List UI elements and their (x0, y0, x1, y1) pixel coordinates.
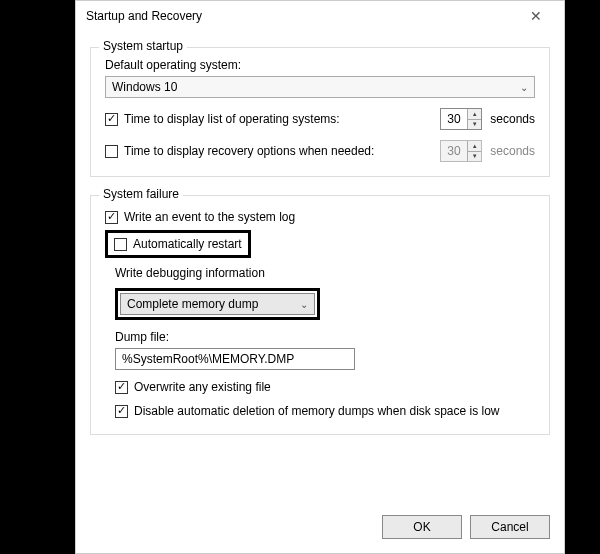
seconds-unit-2: seconds (490, 144, 535, 158)
write-event-checkbox[interactable] (105, 211, 118, 224)
close-button[interactable]: ✕ (516, 2, 556, 30)
display-recovery-label: Time to display recovery options when ne… (124, 144, 374, 158)
cancel-button[interactable]: Cancel (470, 515, 550, 539)
spinner-up-icon[interactable]: ▲ (468, 109, 481, 120)
ok-label: OK (413, 520, 430, 534)
auto-restart-checkbox[interactable] (114, 238, 127, 251)
chevron-down-icon: ⌄ (520, 82, 528, 93)
system-startup-label: System startup (99, 39, 187, 53)
write-event-label: Write an event to the system log (124, 210, 295, 224)
debug-select-value: Complete memory dump (127, 297, 258, 311)
system-failure-label: System failure (99, 187, 183, 201)
chevron-down-icon: ⌄ (300, 299, 308, 310)
system-startup-group: System startup Default operating system:… (90, 47, 550, 177)
dump-file-input[interactable]: %SystemRoot%\MEMORY.DMP (115, 348, 355, 370)
cancel-label: Cancel (491, 520, 528, 534)
auto-restart-label: Automatically restart (133, 237, 242, 251)
debug-info-section: Write debugging information Complete mem… (115, 266, 535, 418)
spinner-down-icon: ▼ (468, 152, 481, 162)
display-list-value: 30 (447, 112, 460, 126)
disable-deletion-checkbox[interactable] (115, 405, 128, 418)
auto-restart-highlight: Automatically restart (105, 230, 251, 258)
overwrite-checkbox[interactable] (115, 381, 128, 394)
debug-heading: Write debugging information (115, 266, 535, 280)
display-recovery-value: 30 (447, 144, 460, 158)
titlebar: Startup and Recovery ✕ (76, 1, 564, 31)
dialog-content: System startup Default operating system:… (76, 31, 564, 445)
dialog-title: Startup and Recovery (86, 9, 202, 23)
display-recovery-checkbox[interactable] (105, 145, 118, 158)
display-recovery-seconds-input: 30 ▲ ▼ (440, 140, 482, 162)
button-bar: OK Cancel (368, 505, 564, 549)
dump-file-value: %SystemRoot%\MEMORY.DMP (122, 352, 294, 366)
startup-recovery-dialog: Startup and Recovery ✕ System startup De… (75, 0, 565, 554)
display-list-label: Time to display list of operating system… (124, 112, 340, 126)
spinner-down-icon[interactable]: ▼ (468, 120, 481, 130)
dump-file-label: Dump file: (115, 330, 535, 344)
overwrite-label: Overwrite any existing file (134, 380, 271, 394)
close-icon: ✕ (530, 8, 542, 24)
display-recovery-row: Time to display recovery options when ne… (105, 140, 535, 162)
write-event-row: Write an event to the system log (105, 210, 535, 224)
seconds-unit: seconds (490, 112, 535, 126)
display-recovery-spinner: ▲ ▼ (467, 141, 481, 161)
spinner-up-icon: ▲ (468, 141, 481, 152)
display-list-spinner: ▲ ▼ (467, 109, 481, 129)
overwrite-row: Overwrite any existing file (115, 380, 535, 394)
display-list-seconds-input[interactable]: 30 ▲ ▼ (440, 108, 482, 130)
ok-button[interactable]: OK (382, 515, 462, 539)
debug-select-highlight: Complete memory dump ⌄ (115, 288, 320, 320)
default-os-value: Windows 10 (112, 80, 177, 94)
disable-deletion-label: Disable automatic deletion of memory dum… (134, 404, 500, 418)
disable-deletion-row: Disable automatic deletion of memory dum… (115, 404, 535, 418)
default-os-select[interactable]: Windows 10 ⌄ (105, 76, 535, 98)
debug-info-select[interactable]: Complete memory dump ⌄ (120, 293, 315, 315)
default-os-label: Default operating system: (105, 58, 535, 72)
display-list-checkbox[interactable] (105, 113, 118, 126)
display-list-row: Time to display list of operating system… (105, 108, 535, 130)
system-failure-group: System failure Write an event to the sys… (90, 195, 550, 435)
